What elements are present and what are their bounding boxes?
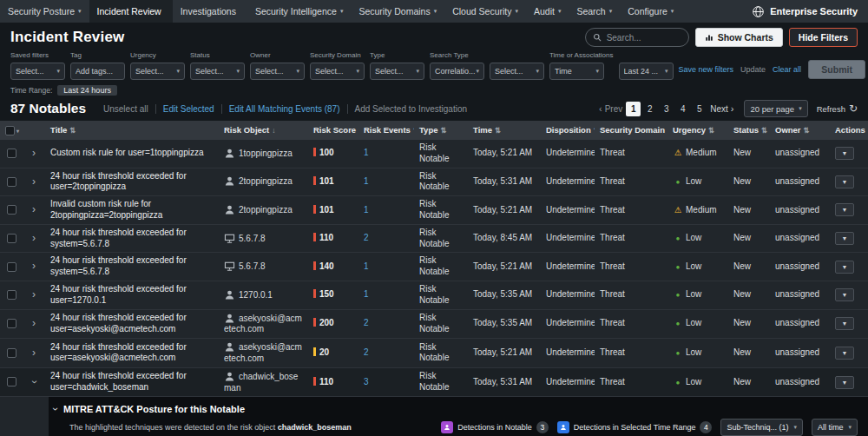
filter-select[interactable]: Select... ▾ <box>250 63 305 80</box>
filter-select[interactable]: Correlatio... ▾ <box>430 63 484 80</box>
column-header[interactable]: Actions <box>830 121 868 140</box>
row-checkbox[interactable] <box>7 177 16 187</box>
nav-item[interactable]: Cloud Security ▾ <box>444 0 526 23</box>
row-actions-button[interactable]: ▼ <box>835 261 854 274</box>
filter-action-link[interactable]: Clear all <box>773 65 801 74</box>
prev-page-button[interactable]: ‹Prev <box>599 103 622 114</box>
row-actions-button[interactable]: ▼ <box>835 147 854 160</box>
column-header[interactable]: Time⇅ <box>468 121 541 140</box>
column-header[interactable]: Risk Events⇅ <box>358 121 414 140</box>
toolbar-action[interactable]: Edit All Matching Events (87) <box>221 104 347 114</box>
sort-icon[interactable]: ⇅ <box>804 126 810 135</box>
column-header[interactable]: Type⇅ <box>414 121 468 140</box>
search-input[interactable] <box>605 32 681 43</box>
nav-item[interactable]: Security Domains ▾ <box>351 0 444 23</box>
row-actions-button[interactable]: ▼ <box>835 232 854 245</box>
nav-item[interactable]: Incident Review <box>89 0 173 23</box>
row-actions-button[interactable]: ▼ <box>835 203 854 216</box>
sort-icon[interactable]: ⇅ <box>440 126 446 135</box>
nav-item[interactable]: Audit ▾ <box>526 0 569 23</box>
subtechniques-dropdown[interactable]: Sub-Techniq... (1)▾ <box>720 419 803 436</box>
toolbar-action[interactable]: Edit Selected <box>155 104 221 114</box>
column-header[interactable]: Risk Object↓ <box>219 121 308 140</box>
show-charts-button[interactable]: Show Charts <box>695 28 783 47</box>
risk-events-link[interactable]: 3 <box>364 377 369 386</box>
sort-icon[interactable]: ⇅ <box>495 126 501 135</box>
row-actions-button[interactable]: ▼ <box>835 175 854 188</box>
next-page-button[interactable]: Next› <box>710 103 733 114</box>
toolbar-action[interactable]: Add Selected to Investigation <box>347 104 475 114</box>
filter-select[interactable]: Select... ▾ <box>130 63 185 80</box>
collapse-icon[interactable]: › <box>49 407 62 411</box>
row-expand-icon[interactable]: › <box>32 317 36 330</box>
filter-select[interactable]: Last 24 ... ▾ <box>619 63 674 80</box>
per-page-select[interactable]: 20 per page▾ <box>744 100 807 117</box>
risk-events-link[interactable]: 1 <box>364 261 369 271</box>
nav-item[interactable]: Configure ▾ <box>620 0 681 23</box>
row-expand-icon[interactable]: › <box>32 175 36 188</box>
row-checkbox[interactable] <box>7 290 16 300</box>
sort-icon[interactable]: ⇅ <box>708 126 714 135</box>
risk-events-link[interactable]: 2 <box>364 233 369 242</box>
hide-filters-button[interactable]: Hide Filters <box>789 28 858 47</box>
column-header[interactable]: Status⇅ <box>728 121 770 140</box>
filter-action-link[interactable]: Update <box>740 65 766 74</box>
filter-action-link[interactable]: Save new filters <box>679 65 734 74</box>
row-actions-button[interactable]: ▼ <box>835 347 854 360</box>
row-actions-button[interactable]: ▼ <box>835 376 854 389</box>
filter-select[interactable]: Add tags... <box>70 63 125 80</box>
filter-select[interactable]: Select... ▾ <box>310 63 365 80</box>
risk-events-link[interactable]: 1 <box>364 176 369 186</box>
row-expand-icon[interactable]: › <box>32 347 36 360</box>
column-header[interactable]: Security Domain⇅ <box>595 121 667 140</box>
refresh-button[interactable]: Refresh↻ <box>817 102 858 115</box>
risk-events-link[interactable]: 2 <box>364 347 369 357</box>
time-range-chip[interactable]: Last 24 hours <box>57 85 117 96</box>
row-checkbox[interactable] <box>7 205 16 215</box>
nav-item[interactable]: Security Intelligence ▾ <box>247 0 351 23</box>
filter-select[interactable]: Select... ▾ <box>10 63 65 80</box>
column-header[interactable]: Title⇅ <box>45 121 219 140</box>
mitre-time-dropdown[interactable]: All time▾ <box>812 419 858 436</box>
row-checkbox[interactable] <box>7 262 16 272</box>
row-checkbox[interactable] <box>7 234 16 243</box>
row-expand-icon[interactable]: › <box>32 147 36 160</box>
risk-events-link[interactable]: 1 <box>364 148 369 157</box>
page-button[interactable]: 5 <box>692 102 707 116</box>
sort-icon[interactable]: ⇅ <box>413 126 414 135</box>
column-header[interactable]: Owner⇅ <box>770 121 830 140</box>
row-expand-icon[interactable]: › <box>32 232 36 245</box>
row-expand-icon[interactable]: › <box>32 203 36 216</box>
sort-icon[interactable]: ⇅ <box>761 126 767 135</box>
sort-icon[interactable]: ↓ <box>272 126 275 135</box>
row-expand-icon[interactable]: › <box>32 260 36 273</box>
filter-select[interactable]: Time ▾ <box>549 63 604 80</box>
page-button[interactable]: 4 <box>675 102 690 116</box>
row-expand-icon[interactable]: › <box>32 288 36 301</box>
row-actions-button[interactable]: ▼ <box>835 317 854 330</box>
filter-select[interactable]: Select... ▾ <box>190 63 245 80</box>
search-box[interactable] <box>585 28 689 47</box>
risk-events-link[interactable]: 2 <box>364 318 369 327</box>
nav-item[interactable]: Investigations <box>173 0 247 23</box>
filter-select[interactable]: Select... ▾ <box>490 63 544 80</box>
sort-icon[interactable]: ⇅ <box>594 126 595 135</box>
submit-button[interactable]: Submit <box>808 60 865 79</box>
row-checkbox[interactable] <box>7 377 16 386</box>
page-button[interactable]: 2 <box>642 102 657 116</box>
risk-events-link[interactable]: 1 <box>364 205 369 215</box>
risk-events-link[interactable]: 1 <box>364 289 369 299</box>
page-button[interactable]: 3 <box>659 102 674 116</box>
nav-item[interactable]: Security Posture ▾ <box>0 0 89 23</box>
filter-select[interactable]: Select... ▾ <box>370 63 424 80</box>
row-checkbox[interactable] <box>7 348 16 358</box>
column-header[interactable]: Urgency⇅ <box>667 121 728 140</box>
chevron-down-icon[interactable]: ▾ <box>16 129 19 134</box>
row-actions-button[interactable]: ▼ <box>835 288 854 301</box>
toolbar-action[interactable]: Unselect all <box>96 104 155 114</box>
select-all-checkbox[interactable] <box>5 126 15 135</box>
column-header[interactable]: Disposition⇅ <box>541 121 595 140</box>
sort-icon[interactable]: ⇅ <box>69 126 76 135</box>
row-checkbox[interactable] <box>7 149 16 158</box>
row-checkbox[interactable] <box>7 319 16 328</box>
